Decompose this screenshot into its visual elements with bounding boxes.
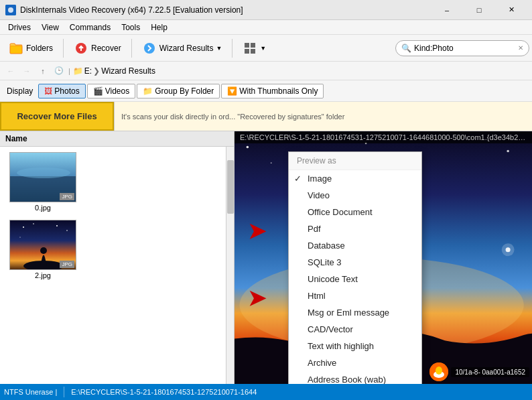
minimize-button[interactable]: – xyxy=(431,0,462,20)
svg-point-32 xyxy=(502,243,515,256)
menu-item-pdf[interactable]: Pdf xyxy=(289,220,421,237)
recover-more-files-button[interactable]: Recover More Files xyxy=(0,102,114,131)
svg-point-20 xyxy=(19,237,20,237)
file-panel-header: Name xyxy=(0,131,234,147)
view-dropdown-icon[interactable]: ▼ xyxy=(260,45,266,52)
app-icon xyxy=(5,5,16,15)
menu-item-text-highlight[interactable]: Text with highligh xyxy=(289,338,421,354)
menu-item-archive[interactable]: Archive xyxy=(289,354,421,371)
recover-icon xyxy=(74,41,88,56)
svg-rect-9 xyxy=(251,49,255,54)
file-panel: Name xyxy=(0,131,235,384)
group-icon: 📁 xyxy=(143,86,153,96)
file-label-0: 0.jpg xyxy=(35,204,51,212)
menu-item-html[interactable]: Html xyxy=(289,287,421,304)
titlebar: DiskInternals Video Recovery (x64) 7.22.… xyxy=(0,0,532,20)
svg-point-28 xyxy=(271,162,272,163)
main-content: Name xyxy=(0,131,532,384)
scrollbar[interactable] xyxy=(226,147,234,384)
preview-area: E:\RECYCLER\S-1-5-21-1801674531-12752100… xyxy=(235,131,532,384)
menu-item-cad[interactable]: CAD/Vector xyxy=(289,321,421,338)
back-button[interactable]: ← xyxy=(4,64,17,78)
photos-filter-button[interactable]: 🖼 Photos xyxy=(38,84,85,98)
toolbar: Folders Recover Wizard Results ▼ xyxy=(0,35,532,62)
thumbnails-filter-button[interactable]: 🔽 With Thumbnails Only xyxy=(221,84,324,98)
menu-drives[interactable]: Drives xyxy=(3,21,36,34)
menu-commands[interactable]: Commands xyxy=(64,21,116,34)
svg-point-5 xyxy=(144,43,155,54)
recover-label: Recover xyxy=(91,44,121,53)
svg-point-26 xyxy=(507,150,509,153)
thumbnail-2: JPG xyxy=(9,220,76,270)
folders-icon xyxy=(9,41,23,56)
view-button[interactable]: ▼ xyxy=(237,38,272,59)
svg-rect-6 xyxy=(245,43,249,48)
file-label-2: 2.jpg xyxy=(35,271,51,279)
arrow-indicator-1: ➤ xyxy=(248,218,266,244)
menu-item-office[interactable]: Office Document xyxy=(289,204,421,220)
menu-item-unicode-label: Unicode Text xyxy=(308,274,358,284)
status-right-label: 10/1a-8- 0aa001-a1652 xyxy=(455,369,525,376)
svg-point-18 xyxy=(56,225,58,226)
menu-item-msg[interactable]: Msg or Eml message xyxy=(289,304,421,321)
search-icon: 🔍 xyxy=(401,44,411,53)
svg-point-22 xyxy=(247,146,249,149)
menu-item-office-label: Office Document xyxy=(308,207,373,217)
menu-item-html-label: Html xyxy=(308,291,326,301)
videos-filter-button[interactable]: 🎬 Videos xyxy=(87,84,135,98)
menu-item-database[interactable]: Database xyxy=(289,237,421,254)
svg-point-35 xyxy=(436,366,442,375)
menu-item-image[interactable]: ✓ Image xyxy=(289,170,421,187)
menu-item-unicode[interactable]: Unicode Text xyxy=(289,271,421,287)
toolbar-separator-3 xyxy=(232,39,232,58)
svg-point-16 xyxy=(23,226,24,228)
wizard-dropdown-icon[interactable]: ▼ xyxy=(216,45,222,52)
search-input[interactable] xyxy=(414,44,518,53)
arrow-indicator-2: ➤ xyxy=(248,285,266,311)
menu-tools[interactable]: Tools xyxy=(116,21,145,34)
photos-icon: 🖼 xyxy=(44,86,52,96)
app-title: DiskInternals Video Recovery (x64) 7.22.… xyxy=(20,5,431,15)
folders-button[interactable]: Folders xyxy=(3,38,59,59)
menu-item-address-book[interactable]: Address Book (wab) xyxy=(289,371,421,384)
menu-item-database-label: Database xyxy=(308,241,345,251)
menu-item-text-highlight-label: Text with highligh xyxy=(308,341,374,351)
menu-item-image-label: Image xyxy=(308,174,332,184)
group-filter-button[interactable]: 📁 Group By Folder xyxy=(137,84,220,98)
drive-label: E: xyxy=(84,66,92,76)
menu-view[interactable]: View xyxy=(36,21,64,34)
view-icon xyxy=(243,41,257,56)
path-label: Wizard Results xyxy=(101,66,155,76)
svg-point-19 xyxy=(66,230,68,231)
context-menu: Preview as ✓ Image Video Office Document… xyxy=(288,151,422,384)
menu-help[interactable]: Help xyxy=(145,21,173,34)
menu-item-msg-label: Msg or Eml message xyxy=(308,308,389,318)
search-clear-icon[interactable]: ✕ xyxy=(518,44,523,52)
status-separator xyxy=(64,387,64,397)
menu-item-video[interactable]: Video xyxy=(289,187,421,204)
menu-item-sqlite[interactable]: SQLite 3 xyxy=(289,254,421,271)
display-label: Display xyxy=(3,86,37,96)
close-button[interactable]: ✕ xyxy=(496,0,527,20)
up-button[interactable]: ↑ xyxy=(36,64,50,78)
notification-icon xyxy=(429,362,448,381)
addressbar: ← → ↑ 🕒 | 📁 E: ❯ Wizard Results xyxy=(0,62,532,80)
maximize-button[interactable]: □ xyxy=(464,0,494,20)
list-item[interactable]: JPG 2.jpg xyxy=(3,217,83,282)
search-box[interactable]: 🔍 ✕ xyxy=(395,40,529,56)
filter-icon: 🔽 xyxy=(227,86,237,96)
toolbar-separator-1 xyxy=(63,39,64,58)
wizard-button[interactable]: Wizard Results ▼ xyxy=(136,38,228,59)
photos-label: Photos xyxy=(54,86,79,96)
scrollbar-thumb[interactable] xyxy=(227,160,234,214)
recover-button[interactable]: Recover xyxy=(68,38,127,59)
toolbar-separator-2 xyxy=(131,39,132,58)
list-item[interactable]: JPG 0.jpg xyxy=(3,149,83,214)
jpg-badge-2: JPG xyxy=(60,261,74,268)
menu-item-sqlite-label: SQLite 3 xyxy=(308,257,342,267)
folders-label: Folders xyxy=(26,44,53,53)
forward-button[interactable]: → xyxy=(20,64,34,78)
history-button[interactable]: 🕒 xyxy=(52,64,66,78)
address-path: 📁 E: ❯ Wizard Results xyxy=(73,66,155,76)
menu-item-video-label: Video xyxy=(308,190,330,200)
